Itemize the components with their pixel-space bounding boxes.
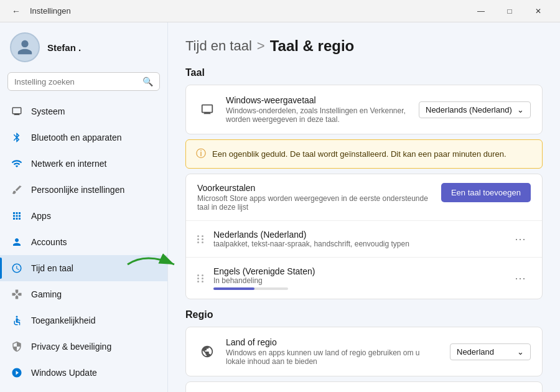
weergavetaal-row: Windows-weergavetaal Windows-onderdelen,…	[186, 85, 542, 134]
land-content: Land of regio Windows en apps kunnen uw …	[226, 337, 441, 366]
sidebar-label-accounts: Accounts	[31, 237, 67, 247]
voorkeurstalen-card: Voorkeurstalen Microsoft Store apps word…	[185, 174, 543, 299]
app-container: Stefan . 🔍 Systeem Bluetooth en apparate…	[0, 22, 560, 392]
update-icon	[10, 366, 24, 380]
weergavetaal-desc: Windows-onderdelen, zoals Instellingen e…	[226, 106, 410, 124]
language-item-nl: Nederlands (Nederland) taalpakket, tekst…	[186, 220, 542, 257]
land-card: Land of regio Windows en apps kunnen uw …	[185, 327, 543, 376]
back-button[interactable]: ←	[7, 2, 25, 20]
warning-banner: ⓘ Een ogenblik geduld. De taal wordt geï…	[185, 139, 543, 169]
lang-name-nl: Nederlands (Nederland)	[213, 230, 501, 240]
sidebar-label-toegankelijkheid: Toegankelijkheid	[31, 315, 96, 325]
sidebar-label-apps: Apps	[31, 211, 51, 221]
drag-handle-nl[interactable]	[197, 235, 205, 243]
maximize-button[interactable]: □	[495, 0, 524, 22]
sidebar-label-update: Windows Update	[31, 368, 97, 378]
sidebar-label-systeem: Systeem	[31, 106, 65, 116]
lang-name-en: Engels (Verenigde Staten)	[213, 266, 501, 276]
voorkeur-header: Voorkeurstalen Microsoft Store apps word…	[186, 174, 542, 220]
regio-section: Regio Land of regio Windows en apps kunn…	[185, 309, 543, 392]
warning-icon: ⓘ	[196, 147, 206, 161]
minimize-button[interactable]: —	[467, 0, 495, 22]
weergavetaal-title: Windows-weergavetaal	[226, 95, 410, 105]
sidebar: Stefan . 🔍 Systeem Bluetooth en apparate…	[0, 22, 168, 392]
land-row: Land of regio Windows en apps kunnen uw …	[186, 327, 542, 376]
land-dropdown[interactable]: Nederland ⌄	[450, 343, 531, 360]
language-more-button-nl[interactable]: ⋯	[510, 230, 531, 248]
breadcrumb-parent: Tijd en taal	[185, 38, 252, 54]
selected-land: Nederland	[457, 347, 494, 357]
svg-point-0	[16, 316, 18, 318]
sidebar-label-tijd: Tijd en taal	[31, 263, 73, 273]
monitor-small-icon	[197, 100, 217, 119]
progress-bar	[213, 287, 254, 290]
account-icon	[10, 235, 24, 249]
drag-dots-nl	[197, 235, 205, 243]
sidebar-item-apps[interactable]: Apps	[0, 203, 167, 229]
privacy-icon	[10, 340, 24, 353]
regionale-row: Regionale instellingen Nederlands (Neder…	[186, 382, 542, 392]
search-box[interactable]: 🔍	[7, 72, 160, 91]
lang-info-en: Engels (Verenigde Staten) In behandeling	[213, 266, 501, 290]
sidebar-item-accounts[interactable]: Accounts	[0, 229, 167, 255]
sidebar-item-tijd[interactable]: Tijd en taal	[0, 255, 167, 281]
add-language-button[interactable]: Een taal toevoegen	[441, 183, 531, 202]
monitor-icon	[10, 105, 24, 118]
lang-info-nl: Nederlands (Nederland) taalpakket, tekst…	[213, 230, 501, 248]
search-icon: 🔍	[142, 77, 153, 86]
sidebar-item-persoonlijk[interactable]: Persoonlijke instellingen	[0, 177, 167, 203]
language-item-en: Engels (Verenigde Staten) In behandeling…	[186, 257, 542, 299]
language-select[interactable]: Nederlands (Nederland) ⌄	[419, 101, 531, 118]
drag-dots-en	[197, 274, 205, 282]
window-controls: — □ ✕	[467, 0, 553, 22]
land-title: Land of regio	[226, 337, 441, 347]
sidebar-item-systeem[interactable]: Systeem	[0, 98, 167, 124]
land-select[interactable]: Nederland ⌄	[450, 343, 531, 360]
globe-icon	[197, 342, 217, 362]
sidebar-label-gaming: Gaming	[31, 289, 62, 299]
sidebar-item-privacy[interactable]: Privacy & beveiliging	[0, 334, 167, 360]
sidebar-label-bluetooth: Bluetooth en apparaten	[31, 133, 122, 142]
sidebar-item-netwerk[interactable]: Netwerk en internet	[0, 151, 167, 177]
voorkeur-content: Voorkeurstalen Microsoft Store apps word…	[197, 183, 432, 212]
weergavetaal-content: Windows-weergavetaal Windows-onderdelen,…	[226, 95, 410, 124]
main-content: Tijd en taal > Taal & regio Taal Windows…	[168, 22, 560, 392]
drag-handle-en[interactable]	[197, 274, 205, 282]
weergavetaal-dropdown[interactable]: Nederlands (Nederland) ⌄	[419, 101, 531, 118]
brush-icon	[10, 183, 24, 197]
dropdown-chevron-icon: ⌄	[517, 105, 524, 114]
user-section: Stefan .	[0, 32, 167, 72]
regionale-card: Regionale instellingen Nederlands (Neder…	[185, 381, 543, 392]
sidebar-label-persoonlijk: Persoonlijke instellingen	[31, 185, 124, 195]
gaming-icon	[10, 287, 24, 301]
voorkeur-desc: Microsoft Store apps worden weergegeven …	[197, 194, 432, 212]
search-input[interactable]	[14, 77, 138, 86]
window-title: Instellingen	[30, 6, 467, 16]
sidebar-item-bluetooth[interactable]: Bluetooth en apparaten	[0, 124, 167, 151]
selected-language: Nederlands (Nederland)	[426, 105, 512, 114]
close-button[interactable]: ✕	[524, 0, 553, 22]
language-more-button-en[interactable]: ⋯	[510, 269, 531, 287]
land-dropdown-chevron-icon: ⌄	[517, 347, 524, 357]
clock-icon	[10, 261, 24, 275]
accessibility-icon	[10, 314, 24, 327]
network-icon	[10, 157, 24, 170]
sidebar-item-gaming[interactable]: Gaming	[0, 281, 167, 307]
lang-features-nl: taalpakket, tekst-naar-spraak, handschri…	[213, 240, 501, 248]
breadcrumb: Tijd en taal > Taal & regio	[185, 37, 543, 55]
taal-section-title: Taal	[185, 67, 543, 78]
lang-status-en: In behandeling	[213, 276, 501, 285]
avatar	[10, 32, 40, 62]
sidebar-item-update[interactable]: Windows Update	[0, 360, 167, 386]
sidebar-item-toegankelijkheid[interactable]: Toegankelijkheid	[0, 307, 167, 334]
titlebar: ← Instellingen — □ ✕	[0, 0, 560, 22]
voorkeur-title: Voorkeurstalen	[197, 183, 432, 193]
user-name: Stefan .	[47, 42, 81, 53]
breadcrumb-separator: >	[257, 38, 265, 54]
weergavetaal-card: Windows-weergavetaal Windows-onderdelen,…	[185, 85, 543, 134]
apps-icon	[10, 209, 24, 223]
sidebar-label-netwerk: Netwerk en internet	[31, 159, 106, 169]
bluetooth-icon	[10, 131, 24, 144]
warning-text: Een ogenblik geduld. De taal wordt geïns…	[212, 149, 506, 159]
progress-bar-container	[213, 287, 288, 290]
